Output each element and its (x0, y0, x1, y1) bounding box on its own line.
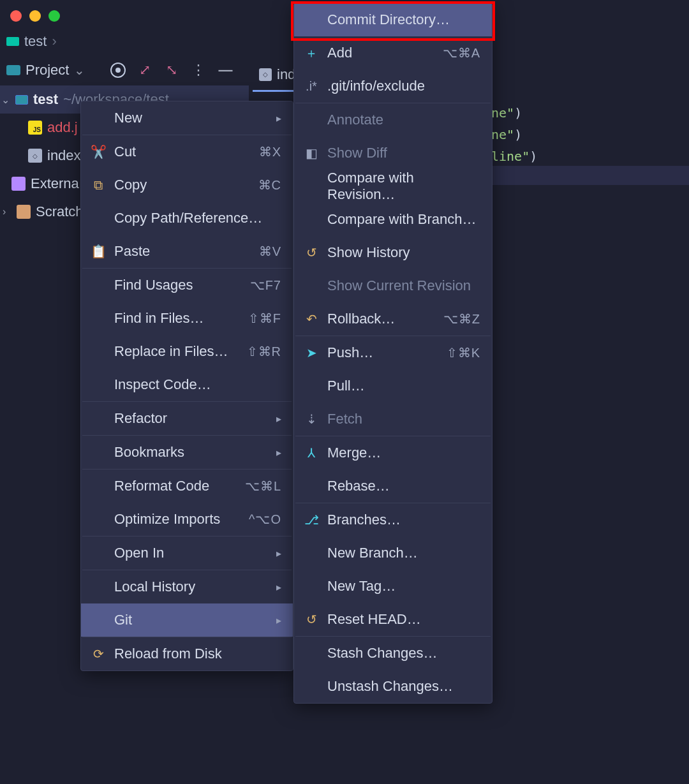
menu-item-shortcut: ⌘V (259, 244, 281, 259)
menu-item-shortcut: ⇧⌘R (247, 344, 281, 359)
tree-external-label: Externa (31, 175, 79, 192)
menu-item-label: Replace in Files… (114, 343, 239, 360)
history-icon: ↺ (303, 245, 320, 260)
menu-item[interactable]: ⟳Reload from Disk (81, 637, 293, 670)
menu-item-shortcut: ⌥⌘A (443, 45, 480, 61)
menu-item-label: Reload from Disk (114, 646, 281, 662)
menu-item-label: Compare with Branch… (327, 211, 480, 228)
menu-item-label: New Branch… (327, 545, 480, 561)
code-line: ne") (491, 102, 537, 124)
doc-icon: .i* (303, 79, 320, 94)
menu-item[interactable]: ⅄Merge… (294, 436, 492, 470)
menu-item[interactable]: Compare with Branch… (294, 203, 492, 236)
menu-item[interactable]: Show Current Revision (294, 269, 492, 302)
chevron-right-icon: ▸ (276, 447, 281, 459)
close-window-icon[interactable] (10, 10, 22, 22)
reset-icon: ↺ (303, 612, 320, 627)
menu-item[interactable]: ⎇Branches… (294, 503, 492, 536)
menu-item-label: Merge… (327, 445, 480, 461)
menu-item[interactable]: Reformat Code⌥⌘L (81, 470, 293, 503)
chevron-right-icon: › (52, 33, 56, 50)
menu-item[interactable]: Copy Path/Reference… (81, 202, 293, 235)
select-opened-file-icon[interactable] (110, 63, 126, 78)
collapse-icon[interactable]: ⤡ (164, 62, 179, 78)
menu-item-label: Commit Directory… (327, 11, 480, 28)
menu-item[interactable]: Bookmarks▸ (81, 436, 293, 469)
minimize-window-icon[interactable] (29, 10, 41, 22)
project-label: Project (26, 62, 69, 78)
chevron-right-icon: ▸ (276, 547, 281, 559)
breadcrumb[interactable]: test › (6, 33, 57, 50)
menu-item[interactable]: Annotate (294, 103, 492, 137)
window-controls (10, 10, 60, 22)
menu-item[interactable]: ⧉Copy⌘C (81, 168, 293, 202)
menu-item[interactable]: ⇣Fetch (294, 403, 492, 436)
menu-item-label: Show Diff (327, 145, 480, 161)
menu-item-label: New Tag… (327, 578, 480, 595)
plus-icon: ＋ (303, 45, 320, 62)
menu-item[interactable]: ↶Rollback…⌥⌘Z (294, 302, 492, 336)
menu-item[interactable]: New Tag… (294, 570, 492, 603)
menu-item[interactable]: Git▸ (81, 603, 293, 637)
menu-item-label: Push… (327, 344, 439, 361)
maximize-window-icon[interactable] (48, 10, 60, 22)
menu-item[interactable]: ＋Add⌥⌘A (294, 36, 492, 70)
menu-item-shortcut: ⌘X (259, 144, 281, 159)
menu-item[interactable]: New▸ (81, 101, 293, 135)
expand-icon[interactable]: ⤢ (137, 62, 152, 78)
menu-item-label: Pull… (327, 378, 480, 394)
js-file-icon: JS (28, 121, 42, 135)
menu-item[interactable]: Inspect Code… (81, 368, 293, 401)
menu-item-label: Refactor (114, 410, 269, 427)
project-folder-icon (6, 65, 20, 75)
menu-item[interactable]: Rebase… (294, 470, 492, 503)
menu-item[interactable]: Refactor▸ (81, 402, 293, 435)
menu-item[interactable]: ✂️Cut⌘X (81, 135, 293, 168)
menu-item-label: Unstash Changes… (327, 678, 480, 695)
menu-item-label: Annotate (327, 112, 480, 128)
menu-item-shortcut: ⌥F7 (250, 277, 281, 293)
paste-icon: 📋 (90, 244, 107, 259)
library-icon (11, 177, 26, 191)
menu-item-label: Rebase… (327, 478, 480, 494)
menu-item[interactable]: ◧Show Diff (294, 137, 492, 170)
menu-item[interactable]: New Branch… (294, 536, 492, 570)
expand-indicator-icon: ⌄ (1, 94, 10, 106)
root-name: test (33, 91, 58, 108)
menu-item[interactable]: Local History▸ (81, 570, 293, 603)
menu-item-shortcut: ⌘C (258, 177, 281, 193)
menu-item[interactable]: Commit Directory… (294, 3, 492, 36)
tab-label: ind (277, 66, 295, 83)
html-file-icon: ◇ (28, 149, 42, 163)
html-file-icon: ◇ (259, 68, 272, 81)
root-folder-icon (15, 95, 28, 105)
menu-item[interactable]: ➤Push…⇧⌘K (294, 336, 492, 369)
menu-item-label: Find in Files… (114, 310, 241, 327)
menu-item[interactable]: Compare with Revision… (294, 170, 492, 203)
menu-item[interactable]: ↺Reset HEAD… (294, 603, 492, 636)
menu-item[interactable]: .i*.git/info/exclude (294, 70, 492, 103)
menu-item-label: Bookmarks (114, 444, 269, 461)
menu-item[interactable]: Open In▸ (81, 536, 293, 570)
copy-icon: ⧉ (90, 178, 107, 193)
folder-icon (6, 37, 19, 46)
menu-item[interactable]: ↺Show History (294, 236, 492, 269)
context-menu: New▸✂️Cut⌘X⧉Copy⌘CCopy Path/Reference…📋P… (80, 101, 293, 671)
more-icon[interactable]: ⋮ (191, 62, 206, 78)
chevron-down-icon: ⌄ (74, 63, 85, 78)
menu-item-shortcut: ⌥⌘L (245, 478, 281, 494)
rollback-icon: ↶ (303, 311, 320, 327)
menu-item[interactable]: Optimize Imports^⌥O (81, 503, 293, 536)
menu-item[interactable]: Stash Changes… (294, 637, 492, 670)
hide-icon[interactable]: — (218, 62, 233, 78)
code-line: ne") (491, 124, 537, 145)
breadcrumb-root: test (24, 33, 47, 50)
menu-item[interactable]: Unstash Changes… (294, 670, 492, 703)
menu-item[interactable]: Replace in Files…⇧⌘R (81, 335, 293, 368)
menu-item[interactable]: Pull… (294, 369, 492, 403)
menu-item[interactable]: Find in Files…⇧⌘F (81, 302, 293, 335)
menu-item[interactable]: Find Usages⌥F7 (81, 269, 293, 302)
menu-item[interactable]: 📋Paste⌘V (81, 235, 293, 268)
project-selector[interactable]: Project ⌄ (6, 62, 85, 78)
editor-content[interactable]: ne") ne") line") (491, 102, 537, 167)
